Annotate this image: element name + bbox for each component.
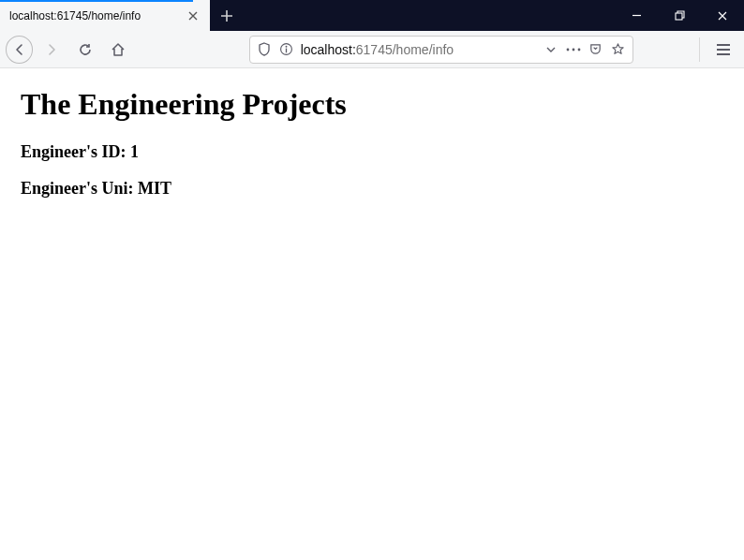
close-window-button[interactable] <box>701 0 744 31</box>
back-button[interactable] <box>6 36 33 64</box>
svg-point-6 <box>577 48 580 51</box>
svg-point-2 <box>286 46 288 48</box>
site-info-icon[interactable] <box>278 41 295 58</box>
minimize-button[interactable] <box>615 0 658 31</box>
chevron-down-icon[interactable] <box>543 41 559 58</box>
url-text: localhost:61745/home/info <box>301 42 537 57</box>
tab-title: localhost:61745/home/info <box>9 9 178 22</box>
urlbar-container: localhost:61745/home/info <box>137 36 690 64</box>
pocket-icon[interactable] <box>588 41 604 58</box>
toolbar-separator <box>699 37 700 62</box>
page-title: The Engineering Projects <box>21 87 723 122</box>
engineer-id-line: Engineer's ID: 1 <box>21 142 723 162</box>
page-actions-icon[interactable] <box>565 41 582 58</box>
svg-rect-3 <box>286 49 287 53</box>
forward-button <box>37 35 66 65</box>
browser-tab[interactable]: localhost:61745/home/info <box>0 0 210 31</box>
svg-point-5 <box>572 48 574 51</box>
page-content: The Engineering Projects Engineer's ID: … <box>0 68 744 234</box>
home-button[interactable] <box>103 35 132 65</box>
new-tab-button[interactable] <box>210 0 244 31</box>
url-host: localhost: <box>301 42 356 57</box>
app-menu-button[interactable] <box>709 35 738 65</box>
engineer-uni-line: Engineer's Uni: MIT <box>21 179 723 199</box>
url-path: 61745/home/info <box>356 42 454 57</box>
svg-rect-0 <box>676 13 682 20</box>
bookmark-star-icon[interactable] <box>610 41 627 58</box>
tab-loading-bar <box>0 0 210 2</box>
browser-toolbar: localhost:61745/home/info <box>0 31 744 68</box>
tracking-shield-icon[interactable] <box>256 41 273 58</box>
window-controls <box>615 0 744 31</box>
svg-point-4 <box>566 48 569 51</box>
window-titlebar: localhost:61745/home/info <box>0 0 744 31</box>
reload-button[interactable] <box>70 35 99 65</box>
close-tab-icon[interactable] <box>186 8 201 23</box>
maximize-button[interactable] <box>658 0 701 31</box>
address-bar[interactable]: localhost:61745/home/info <box>249 36 633 64</box>
